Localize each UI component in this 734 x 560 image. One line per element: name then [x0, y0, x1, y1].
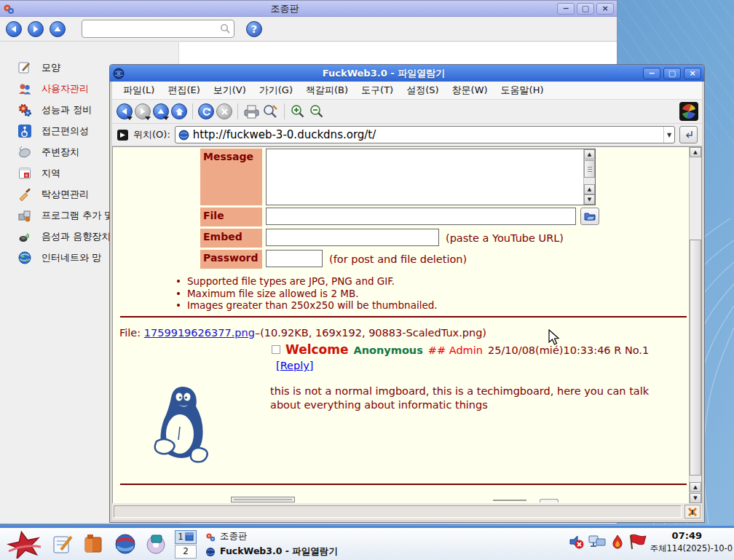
partial-input[interactable]	[493, 500, 526, 501]
browser-window: FuckWeb3.0 - 파일열람기 − ▢ × 파일(L) 편집(E) 보기(…	[109, 64, 705, 523]
scroll-down-button[interactable]: ▼	[690, 493, 701, 503]
sidebar-item-label: 지역	[42, 167, 60, 180]
go-button[interactable]	[679, 126, 698, 143]
divider	[120, 316, 687, 318]
board-rules: Supported file types are JPG, PNG and GI…	[175, 275, 438, 312]
menu-bookmarks[interactable]: 책갈피(B)	[299, 84, 355, 97]
clock-time: 07:49	[623, 530, 702, 541]
flame-icon[interactable]	[611, 534, 624, 550]
zoom-in-icon[interactable]	[290, 103, 307, 119]
workspace-pager: 1 2	[175, 530, 197, 559]
menu-tools[interactable]: 도구(T)	[355, 84, 400, 97]
workspace-2[interactable]: 2	[175, 545, 197, 559]
forward-button[interactable]	[135, 103, 151, 119]
start-menu-red-star-icon[interactable]	[4, 529, 44, 559]
statusbar-extension-button[interactable]	[684, 505, 701, 518]
browser-maximize-button[interactable]: ▢	[663, 68, 681, 79]
control-panel-window-icon	[3, 3, 15, 15]
rule-item: Images greater than 250x250 will be thum…	[175, 299, 438, 312]
go-icon	[684, 130, 694, 140]
up-button[interactable]	[153, 103, 169, 119]
sidebar-item-label: 음성과 음향장치	[42, 230, 111, 243]
embed-input[interactable]	[266, 229, 439, 246]
task-label: FuckWeb3.0 - 파일열람기	[220, 545, 338, 558]
menu-edit[interactable]: 편집(E)	[161, 84, 206, 97]
web-launcher-icon[interactable]	[114, 532, 137, 556]
text-editor-launcher-icon[interactable]	[51, 532, 74, 556]
cp-minimize-button[interactable]: −	[557, 3, 575, 15]
home-button[interactable]	[171, 103, 187, 119]
reload-button[interactable]	[198, 103, 214, 119]
find-icon[interactable]	[262, 103, 279, 119]
search-icon	[220, 23, 231, 34]
sidebar-item-label: 프로그램 추가 및	[42, 209, 114, 222]
accessibility-icon	[17, 124, 32, 138]
back-button[interactable]	[117, 103, 133, 119]
cp-maximize-button[interactable]: ▢	[577, 3, 594, 15]
browser-menubar: 파일(L) 편집(E) 보기(V) 가기(G) 책갈피(B) 도구(T) 설정(…	[112, 82, 702, 100]
menu-file[interactable]: 파일(L)	[117, 84, 161, 97]
taskbar-item-control-panel[interactable]: 조종판	[205, 529, 338, 543]
taskbar: 1 2 조종판 FuckWeb3.0 - 파일열람기 07:49	[0, 526, 734, 560]
partial-button[interactable]	[540, 499, 559, 502]
workspace-number: 2	[183, 546, 189, 556]
cp-up-button[interactable]	[50, 21, 66, 37]
clear-location-icon[interactable]	[117, 129, 129, 141]
zoom-out-icon[interactable]	[309, 103, 325, 119]
browser-activity-logo	[679, 102, 698, 121]
sidebar-item-label: 주변장치	[42, 146, 79, 159]
browser-close-button[interactable]: ×	[684, 68, 701, 79]
textarea-scrollbar[interactable]: ▲ ▲ ▼	[583, 149, 595, 205]
taskbar-item-browser[interactable]: FuckWeb3.0 - 파일열람기	[205, 545, 338, 559]
file-manager-launcher-icon[interactable]	[82, 532, 106, 556]
sidebar-item-label: 인터네트와 망	[42, 251, 101, 264]
embed-label: Embed	[200, 229, 262, 248]
browse-button[interactable]	[580, 208, 599, 225]
page-viewport: Message ▲ ▲ ▼	[112, 146, 702, 503]
control-panel-search-input[interactable]	[82, 20, 234, 38]
sidebar-item-label: 모양	[42, 61, 60, 74]
help-button[interactable]: ?	[246, 21, 262, 37]
stop-button[interactable]	[216, 103, 232, 119]
divider	[120, 484, 687, 485]
browser-titlebar[interactable]: FuckWeb3.0 - 파일열람기 − ▢ ×	[110, 65, 704, 82]
print-icon[interactable]	[243, 103, 260, 119]
url-combobox[interactable]: http://fuckweb-3-0.duckdns.org/t/ ▼	[175, 126, 675, 143]
cp-forward-button[interactable]	[28, 21, 44, 37]
svg-text:4: 4	[25, 173, 28, 178]
control-panel-titlebar[interactable]: 조종판 − ▢ ×	[0, 1, 617, 17]
page-scrollbar[interactable]: ▲ ▲ ▼	[689, 147, 701, 503]
network-monitor-icon[interactable]	[588, 534, 607, 550]
menu-go[interactable]: 가기(G)	[253, 84, 299, 97]
cp-close-button[interactable]: ×	[596, 3, 614, 15]
menu-help[interactable]: 도움말(H)	[494, 84, 550, 97]
message-textarea[interactable]	[267, 149, 583, 205]
file-link[interactable]: 1759919626377.png	[144, 327, 255, 339]
url-text[interactable]: http://fuckweb-3-0.duckdns.org/t/	[193, 128, 660, 141]
reply-link[interactable]: [Reply]	[276, 360, 313, 371]
clock[interactable]: 07:49 주체114(2025)-10-0	[623, 530, 733, 554]
volume-muted-icon[interactable]	[569, 534, 585, 550]
post-image-tux[interactable]	[149, 382, 216, 466]
file-input[interactable]	[266, 208, 576, 225]
folder-open-icon	[584, 211, 596, 221]
post-file-info: File: 1759919626377.png–(10.92KB, 169x19…	[119, 327, 486, 339]
media-player-launcher-icon[interactable]	[144, 532, 167, 556]
menu-window[interactable]: 창문(W)	[446, 84, 494, 97]
browser-statusbar	[112, 503, 702, 520]
gears-icon	[17, 103, 32, 117]
cp-back-button[interactable]	[6, 21, 22, 37]
url-dropdown-arrow[interactable]: ▼	[663, 127, 674, 143]
browser-window-icon	[113, 68, 125, 79]
browser-minimize-button[interactable]: −	[643, 68, 660, 79]
partial-select[interactable]	[231, 497, 295, 502]
workspace-1[interactable]: 1	[175, 530, 197, 544]
password-input[interactable]	[266, 250, 323, 267]
menu-view[interactable]: 보기(V)	[207, 84, 253, 97]
location-label: 위치(O):	[133, 128, 170, 141]
scrollbar-thumb[interactable]	[690, 240, 701, 476]
scroll-up-button-2[interactable]: ▲	[690, 482, 701, 492]
delete-checkbox[interactable]	[272, 345, 280, 354]
scroll-up-button[interactable]: ▲	[690, 147, 701, 157]
menu-settings[interactable]: 설정(S)	[400, 84, 445, 97]
